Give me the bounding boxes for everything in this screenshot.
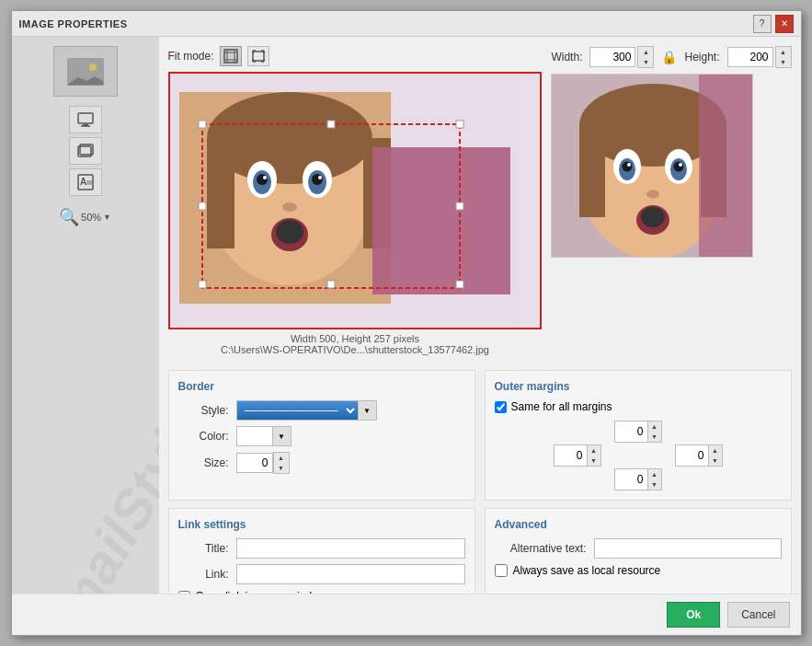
svg-point-61: [674, 162, 684, 172]
height-spinner: ▲ ▼: [775, 46, 792, 68]
margin-right-down-btn[interactable]: ▼: [709, 456, 722, 466]
same-for-margins-checkbox[interactable]: [495, 401, 507, 413]
link-url-label: Link:: [178, 568, 229, 581]
margin-bottom-up-btn[interactable]: ▲: [648, 469, 661, 479]
title-bar-right: ? ✕: [753, 15, 794, 33]
margin-bottom-input[interactable]: [615, 469, 647, 490]
image-icon: [67, 58, 104, 86]
svg-rect-44: [199, 202, 206, 210]
save-local-checkbox[interactable]: [495, 564, 508, 577]
margin-top-down-btn[interactable]: ▼: [648, 432, 661, 442]
border-title: Border: [178, 380, 465, 393]
monitor-icon: [76, 110, 95, 129]
svg-rect-45: [456, 202, 463, 210]
svg-rect-39: [372, 147, 510, 294]
main-content: Fit mode:: [159, 37, 801, 594]
margin-top-input[interactable]: [615, 421, 647, 442]
width-input[interactable]: [589, 47, 635, 67]
margin-top-input-group: ▲ ▼: [614, 421, 662, 443]
border-color-dropdown-arrow[interactable]: ▼: [273, 426, 292, 446]
svg-point-36: [282, 202, 297, 212]
margin-right-up-btn[interactable]: ▲: [709, 445, 722, 456]
svg-rect-42: [327, 121, 335, 128]
height-input-group: ▲ ▼: [727, 46, 792, 68]
width-up-btn[interactable]: ▲: [638, 47, 653, 57]
svg-rect-26: [207, 138, 234, 248]
image-info: Width 500, Height 257 pixels C:\Users\WS…: [168, 333, 543, 355]
width-down-btn[interactable]: ▼: [638, 57, 653, 67]
width-label: Width:: [551, 51, 582, 63]
border-style-label: Style:: [178, 404, 229, 417]
margin-left-input-group: ▲ ▼: [554, 444, 601, 467]
border-color-btn[interactable]: [236, 426, 273, 446]
link-title-row: Title:: [178, 538, 465, 559]
border-style-select[interactable]: ────────────: [236, 400, 359, 421]
margin-left-up-btn[interactable]: ▲: [588, 445, 600, 456]
margin-bottom-down-btn[interactable]: ▼: [648, 479, 661, 490]
svg-point-34: [312, 174, 323, 185]
tool-button-2[interactable]: [69, 137, 102, 165]
border-style-dropdown-arrow[interactable]: ▼: [359, 400, 377, 421]
svg-rect-7: [86, 180, 92, 185]
height-down-btn[interactable]: ▼: [776, 57, 791, 67]
alt-text-input[interactable]: [594, 538, 782, 559]
zoom-level: 50%: [81, 212, 101, 223]
width-spinner: ▲ ▼: [637, 46, 654, 68]
border-size-label: Size:: [178, 456, 229, 469]
link-title-label: Title:: [178, 542, 229, 555]
ok-button[interactable]: Ok: [667, 602, 720, 628]
zoom-icon: 🔍: [59, 207, 79, 227]
same-for-margins-row: Same for all margins: [495, 400, 782, 413]
help-button[interactable]: ?: [753, 15, 772, 33]
link-settings-title: Link settings: [178, 518, 465, 531]
alt-text-row: Alternative text:: [495, 538, 782, 559]
fit-mode-btn-2[interactable]: [247, 46, 269, 66]
border-size-row: Size: ▲ ▼: [178, 452, 465, 474]
height-input[interactable]: [727, 47, 773, 67]
margin-top-row: ▲ ▼: [614, 421, 662, 443]
border-size-up-btn[interactable]: ▲: [274, 453, 289, 463]
svg-point-65: [641, 207, 665, 227]
image-path: C:\Users\WS-OPERATIVO\De...\shutterstock…: [168, 344, 543, 355]
height-up-btn[interactable]: ▲: [776, 47, 791, 57]
same-for-margins-label: Same for all margins: [511, 400, 612, 413]
margin-right-spinner: ▲ ▼: [708, 445, 722, 466]
margin-bottom-input-group: ▲ ▼: [614, 468, 662, 490]
text-image-icon: A: [76, 173, 95, 191]
border-size-down-btn[interactable]: ▼: [274, 463, 289, 473]
title-bar-left: IMAGE PROPERTIES: [19, 18, 128, 29]
tool-button-3[interactable]: A: [69, 168, 102, 196]
zoom-dropdown-arrow[interactable]: ▼: [103, 213, 111, 222]
border-color-row: Color: ▼: [178, 426, 465, 446]
margin-bottom-spinner: ▲ ▼: [647, 469, 661, 490]
fit-mode-row: Fit mode:: [168, 46, 543, 66]
svg-point-58: [627, 163, 631, 167]
close-button[interactable]: ✕: [775, 15, 794, 33]
margin-left-input[interactable]: [555, 445, 587, 466]
margin-right-input[interactable]: [676, 445, 708, 466]
margin-top-up-btn[interactable]: ▲: [648, 421, 661, 432]
svg-rect-41: [199, 121, 206, 128]
margin-middle-row: ▲ ▼ ▲ ▼: [554, 444, 723, 467]
zoom-section: 🔍 50% ▼: [59, 207, 111, 227]
bottom-sections: Link settings Title: Link: Open link in …: [168, 508, 792, 594]
image-canvas-svg: [170, 74, 520, 322]
margin-left-down-btn[interactable]: ▼: [588, 456, 600, 466]
svg-rect-0: [78, 113, 93, 123]
tool-button-1[interactable]: [69, 106, 102, 133]
cancel-button[interactable]: Cancel: [727, 602, 789, 628]
sidebar: A 🔍 50% ▼ mailStyler: [12, 37, 159, 594]
link-url-input[interactable]: [236, 564, 465, 584]
save-local-row: Always save as local resource: [495, 564, 782, 577]
margin-top-spinner: ▲ ▼: [647, 421, 661, 442]
watermark: mailStyler: [40, 376, 158, 594]
thumbnail-panel: Width: ▲ ▼ 🔒 Height:: [551, 46, 791, 355]
image-properties-dialog: IMAGE PROPERTIES ? ✕: [11, 10, 802, 636]
fit-mode-btn-1[interactable]: [220, 46, 242, 66]
link-title-input[interactable]: [236, 538, 465, 559]
fit-icon: [251, 49, 266, 63]
border-size-input[interactable]: [236, 453, 273, 473]
dialog-body: A 🔍 50% ▼ mailStyler Fit mode:: [12, 37, 801, 594]
image-preview-box: [168, 72, 543, 329]
border-size-spinner: ▲ ▼: [273, 452, 290, 474]
